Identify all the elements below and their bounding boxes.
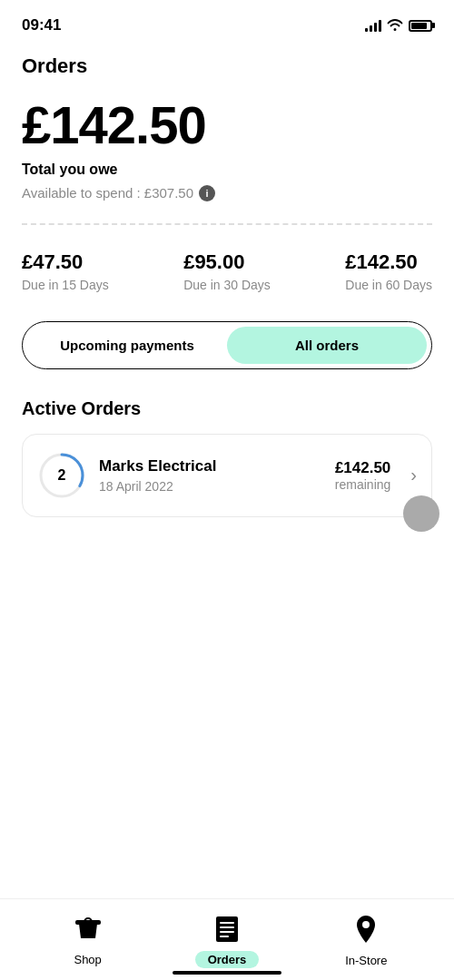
instore-icon bbox=[354, 916, 378, 948]
svg-rect-7 bbox=[220, 936, 229, 937]
order-card-wrapper: 2 Marks Electrical 18 April 2022 £142.50… bbox=[22, 434, 432, 517]
toggle-container: Upcoming payments All orders bbox=[22, 321, 432, 369]
due-amount-60: £142.50 bbox=[345, 250, 432, 274]
order-amount: £142.50 bbox=[335, 459, 390, 477]
wifi-icon bbox=[387, 18, 403, 34]
shop-icon bbox=[75, 916, 101, 947]
total-amount: £142.50 bbox=[22, 96, 432, 154]
nav-item-shop[interactable]: Shop bbox=[18, 916, 157, 966]
due-amounts: £47.50 Due in 15 Days £95.00 Due in 30 D… bbox=[22, 250, 432, 292]
main-content: Orders £142.50 Total you owe Available t… bbox=[0, 45, 454, 517]
order-progress: 2 bbox=[37, 451, 86, 500]
due-amount-30: £95.00 bbox=[183, 250, 271, 274]
nav-label-shop: Shop bbox=[74, 953, 101, 966]
svg-rect-2 bbox=[75, 920, 101, 925]
info-icon[interactable]: i bbox=[199, 185, 215, 201]
active-orders-title: Active Orders bbox=[22, 398, 432, 419]
svg-rect-3 bbox=[216, 916, 238, 942]
due-amount-15: £47.50 bbox=[22, 250, 109, 274]
due-label-15: Due in 15 Days bbox=[22, 278, 109, 292]
total-label: Total you owe bbox=[22, 162, 432, 178]
svg-rect-6 bbox=[220, 931, 234, 933]
active-orders-section: Active Orders 2 Marks Electrical 18 Apri… bbox=[22, 398, 432, 517]
progress-number: 2 bbox=[58, 467, 66, 484]
svg-point-8 bbox=[362, 921, 370, 928]
signal-icon bbox=[365, 19, 381, 32]
order-chevron-icon: › bbox=[410, 465, 417, 485]
svg-rect-4 bbox=[220, 922, 234, 924]
order-card[interactable]: 2 Marks Electrical 18 April 2022 £142.50… bbox=[22, 434, 432, 517]
order-date: 18 April 2022 bbox=[99, 479, 322, 494]
nav-item-orders[interactable]: Orders bbox=[157, 915, 296, 968]
status-icons bbox=[365, 18, 432, 34]
page-title: Orders bbox=[22, 54, 432, 78]
orders-icon bbox=[214, 915, 240, 946]
order-amount-section: £142.50 remaining bbox=[335, 459, 390, 492]
due-item-30: £95.00 Due in 30 Days bbox=[183, 250, 271, 292]
order-remaining: remaining bbox=[335, 477, 390, 492]
bottom-nav: Shop Orders In-Store bbox=[0, 898, 454, 980]
home-indicator bbox=[173, 971, 281, 975]
nav-label-instore: In-Store bbox=[345, 954, 387, 967]
battery-icon bbox=[409, 20, 432, 32]
scroll-indicator bbox=[403, 495, 439, 532]
status-time: 09:41 bbox=[22, 16, 61, 34]
nav-item-instore[interactable]: In-Store bbox=[297, 916, 436, 967]
divider bbox=[22, 223, 432, 225]
due-item-60: £142.50 Due in 60 Days bbox=[345, 250, 432, 292]
status-bar: 09:41 bbox=[0, 0, 454, 45]
upcoming-payments-btn[interactable]: Upcoming payments bbox=[27, 327, 227, 364]
order-merchant: Marks Electrical bbox=[99, 457, 322, 475]
all-orders-btn[interactable]: All orders bbox=[227, 327, 427, 364]
available-spend: Available to spend : £307.50 i bbox=[22, 185, 432, 201]
due-item-15: £47.50 Due in 15 Days bbox=[22, 250, 109, 292]
due-label-60: Due in 60 Days bbox=[345, 278, 432, 292]
svg-rect-5 bbox=[220, 926, 234, 928]
nav-label-orders: Orders bbox=[195, 951, 260, 968]
due-label-30: Due in 30 Days bbox=[183, 278, 271, 292]
order-info: Marks Electrical 18 April 2022 bbox=[99, 457, 322, 494]
